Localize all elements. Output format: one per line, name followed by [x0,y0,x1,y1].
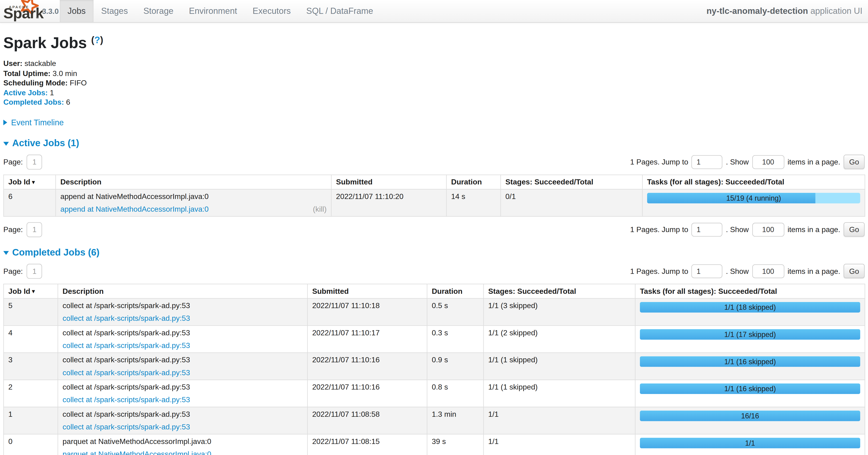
summary-user-label: User: [3,59,23,67]
stages-cell: 1/1 (1 skipped) [484,380,635,407]
col-job-id[interactable]: Job Id▾ [3,175,56,189]
summary-sched-label: Scheduling Mode: [3,79,68,87]
active-jobs-heading[interactable]: Active Jobs (1) [3,138,865,149]
stages-cell: 1/1 (2 skipped) [484,325,635,353]
duration-cell: 0.8 s [427,380,484,407]
summary-active-jobs: Active Jobs: 1 [3,88,865,98]
progress-label: 15/19 (4 running) [647,193,860,203]
pages-jump-text: 1 Pages. Jump to [630,158,688,166]
show-text: . Show [726,267,749,275]
trademark-mark: ™ [35,17,39,20]
submitted-cell: 2022/11/07 11:10:17 [308,325,427,353]
submitted-cell: 2022/11/07 11:10:20 [331,189,446,216]
jump-to-input[interactable] [691,223,722,236]
description-link[interactable]: collect at /spark-scripts/spark-ad.py:53 [63,423,190,431]
tab-sql-dataframe[interactable]: SQL / DataFrame [299,0,381,22]
description-link[interactable]: parquet at NativeMethodAccessorImpl.java… [63,450,211,455]
apache-label: APACHE [9,5,29,9]
tab-environment[interactable]: Environment [181,0,245,22]
description-text: collect at /spark-scripts/spark-ad.py:53 [63,356,303,364]
description-link[interactable]: collect at /spark-scripts/spark-ad.py:53 [63,368,190,377]
stages-cell: 1/1 [484,434,635,455]
description-text: collect at /spark-scripts/spark-ad.py:53 [63,383,303,391]
description-link[interactable]: append at NativeMethodAccessorImpl.java:… [60,205,209,213]
active-table-header-row: Job Id▾ Description Submitted Duration S… [3,175,865,189]
duration-cell: 39 s [427,434,484,455]
col-duration[interactable]: Duration [427,284,484,298]
items-per-page-input[interactable] [752,155,784,169]
tab-storage[interactable]: Storage [136,0,181,22]
show-text: . Show [726,226,749,234]
sort-desc-icon: ▾ [32,179,35,185]
col-stages[interactable]: Stages: Succeeded/Total [501,175,643,189]
kill-link[interactable]: (kill) [313,205,327,213]
tasks-cell: 16/16 [635,407,865,434]
completed-jobs-heading[interactable]: Completed Jobs (6) [3,247,865,258]
summary-completed-value: 6 [64,98,70,107]
description-text: collect at /spark-scripts/spark-ad.py:53 [63,410,303,418]
summary-user-value: stackable [23,59,56,67]
completed-jobs-table: Job Id▾ Description Submitted Duration S… [3,284,865,455]
completed-jobs-link[interactable]: Completed Jobs: [3,98,64,107]
spark-ui-page: Spark APACHE ™ 3.3.0 Jobs Stages Storage… [0,0,868,455]
page-title-text: Spark Jobs [3,34,87,51]
page-number-input[interactable] [27,264,42,279]
duration-cell: 14 s [446,189,501,216]
tasks-progress-bar: 1/1 [640,438,860,449]
submitted-cell: 2022/11/07 11:08:15 [308,434,427,455]
job-id-cell: 5 [3,298,58,326]
col-description[interactable]: Description [56,175,331,189]
col-description[interactable]: Description [58,284,308,298]
tab-jobs[interactable]: Jobs [60,0,93,22]
pages-jump-text: 1 Pages. Jump to [630,267,688,275]
col-tasks[interactable]: Tasks (for all stages): Succeeded/Total [643,175,865,189]
completed-table-header-row: Job Id▾ Description Submitted Duration S… [3,284,865,298]
tab-stages[interactable]: Stages [94,0,136,22]
stages-cell: 0/1 [501,189,643,216]
go-button[interactable]: Go [844,155,865,169]
items-per-page-input[interactable] [752,223,784,236]
active-jobs-link[interactable]: Active Jobs: [3,88,48,97]
col-tasks[interactable]: Tasks (for all stages): Succeeded/Total [635,284,865,298]
go-button[interactable]: Go [844,223,865,237]
help-paren-close: ) [100,35,103,46]
completed-jobs-heading-label: Completed Jobs (6) [12,247,100,258]
tasks-cell: 15/19 (4 running) [643,189,865,216]
event-timeline-toggle[interactable]: Event Timeline [3,118,865,127]
progress-label: 1/1 [640,438,860,449]
col-duration[interactable]: Duration [446,175,501,189]
sort-desc-icon: ▾ [32,288,35,294]
jump-to-input[interactable] [691,155,722,169]
page-number-input[interactable] [27,154,42,170]
col-job-id[interactable]: Job Id▾ [3,284,58,298]
tasks-cell: 1/1 (18 skipped) [635,298,865,326]
items-text: items in a page. [787,226,840,234]
description-link[interactable]: collect at /spark-scripts/spark-ad.py:53 [63,396,190,404]
submitted-cell: 2022/11/07 11:10:16 [308,353,427,380]
tasks-progress-bar: 1/1 (17 skipped) [640,329,860,340]
tab-executors[interactable]: Executors [245,0,299,22]
tasks-progress-bar: 1/1 (18 skipped) [640,302,860,313]
description-link[interactable]: collect at /spark-scripts/spark-ad.py:53 [63,341,190,350]
col-submitted[interactable]: Submitted [308,284,427,298]
jump-to-input[interactable] [691,264,722,278]
job-id-cell: 3 [3,353,58,380]
duration-cell: 1.3 min [427,407,484,434]
completed-job-row: 4 collect at /spark-scripts/spark-ad.py:… [3,325,865,353]
items-per-page-input[interactable] [752,264,784,278]
application-name-bold: ny-tlc-anomaly-detection [707,6,808,16]
spark-logo: Spark APACHE ™ 3.3.0 [0,0,60,22]
description-cell: collect at /spark-scripts/spark-ad.py:53… [58,353,308,380]
submitted-cell: 2022/11/07 11:08:58 [308,407,427,434]
tasks-cell: 1/1 (16 skipped) [635,380,865,407]
submitted-cell: 2022/11/07 11:10:18 [308,298,427,326]
progress-label: 1/1 (16 skipped) [640,383,860,394]
help-link[interactable]: ? [94,35,100,46]
main-content: Spark Jobs (?) User: stackable Total Upt… [0,34,868,455]
col-stages[interactable]: Stages: Succeeded/Total [484,284,635,298]
description-link[interactable]: collect at /spark-scripts/spark-ad.py:53 [63,314,190,322]
col-submitted[interactable]: Submitted [331,175,446,189]
go-button[interactable]: Go [844,264,865,278]
page-number-input[interactable] [27,222,42,237]
collapse-right-icon [3,120,7,125]
